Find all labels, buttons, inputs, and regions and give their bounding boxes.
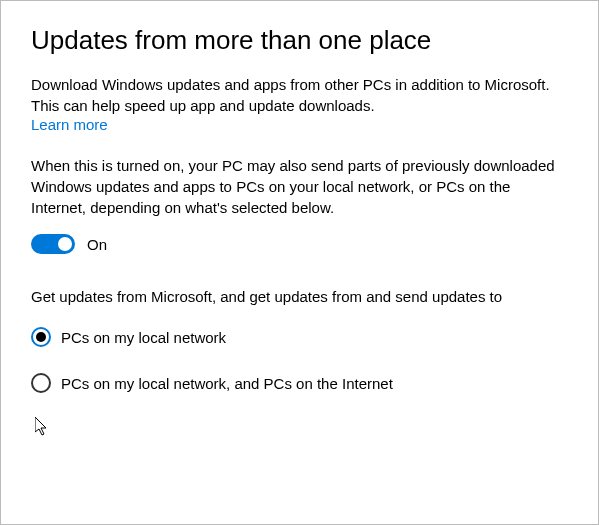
page-title: Updates from more than one place [31,25,568,56]
radio-local-and-internet[interactable]: PCs on my local network, and PCs on the … [31,373,568,393]
radio-label-local: PCs on my local network [61,329,226,346]
toggle-label: On [87,236,107,253]
delivery-toggle[interactable] [31,234,75,254]
intro-text: Download Windows updates and apps from o… [31,74,568,116]
delivery-toggle-row: On [31,234,568,254]
learn-more-link[interactable]: Learn more [31,116,108,133]
toggle-knob [58,237,72,251]
mouse-cursor-icon [35,417,51,437]
description-text: When this is turned on, your PC may also… [31,155,568,218]
radio-local-network[interactable]: PCs on my local network [31,327,568,347]
radio-icon [31,373,51,393]
radio-label-internet: PCs on my local network, and PCs on the … [61,375,393,392]
radio-icon [31,327,51,347]
radio-intro-text: Get updates from Microsoft, and get upda… [31,286,568,307]
